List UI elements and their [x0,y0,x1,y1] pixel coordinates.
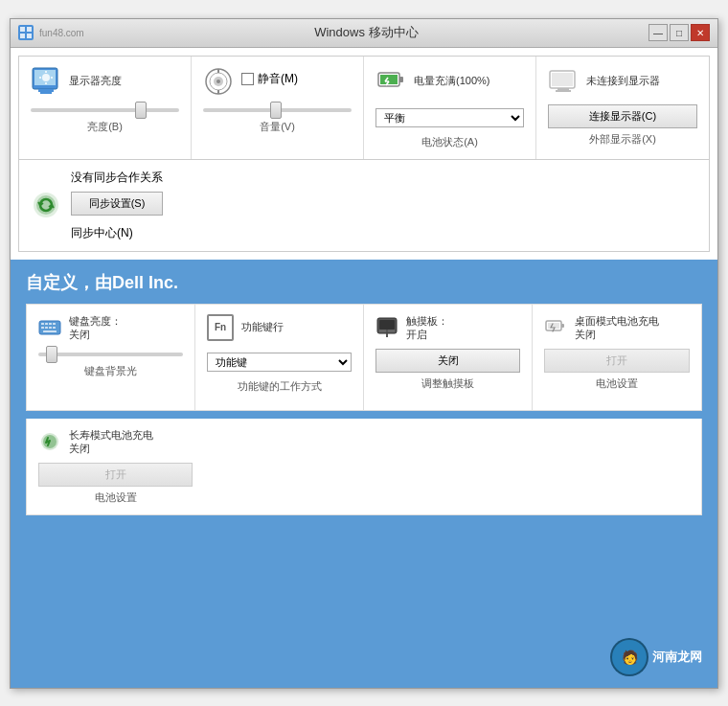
display-label: 外部显示器(X) [589,132,656,147]
fn-label: 功能键的工作方式 [238,379,322,394]
extra-battery-title: 长寿模式电池充电 关闭 [69,428,153,456]
display-panel: 未连接到显示器 连接显示器(C) 外部显示器(X) [536,57,709,159]
app-icon [18,25,34,40]
close-button[interactable]: ✕ [691,24,710,41]
svg-rect-32 [41,323,44,325]
keyboard-header: 键盘亮度： 关闭 [38,314,183,342]
svg-rect-37 [45,327,48,329]
keyboard-panel: 键盘亮度： 关闭 键盘背景光 [27,305,195,410]
desktop-battery-label: 电池设置 [596,376,638,391]
keyboard-slider-container[interactable] [38,353,183,356]
volume-slider[interactable] [203,108,352,112]
henan-logo-face: 🧑 [612,640,647,674]
svg-rect-27 [557,88,569,90]
watermark-text: fun48.com [39,28,84,38]
sync-controls: 没有同步合作关系 同步设置(S) 同步中心(N) [71,170,163,241]
custom-section-title: 自定义，由Dell Inc. [26,271,702,294]
battery-title: 电量充满(100%) [414,74,489,87]
extra-battery-header: 长寿模式电池充电 关闭 [38,428,193,456]
brightness-label: 亮度(B) [87,120,123,134]
extra-battery-label: 电池设置 [95,490,137,505]
svg-point-16 [216,80,220,83]
fn-title: 功能键行 [241,320,284,333]
svg-rect-0 [20,27,25,32]
svg-rect-38 [49,327,52,329]
touchpad-icon [375,316,398,339]
svg-rect-20 [399,77,403,82]
title-bar-left: fun48.com [18,25,84,40]
sync-settings-button[interactable]: 同步设置(S) [71,192,163,216]
maximize-button[interactable]: □ [670,24,689,41]
svg-rect-33 [45,323,48,325]
svg-rect-28 [556,90,571,92]
svg-rect-40 [43,330,57,332]
svg-rect-34 [49,323,52,325]
volume-panel: 静音(M) 音量(V) [192,57,364,159]
extra-battery-panel: 长寿模式电池充电 关闭 打开 电池设置 [27,419,204,515]
svg-rect-47 [561,324,564,328]
svg-point-8 [42,74,50,81]
touchpad-toggle-button[interactable]: 关闭 [375,349,520,373]
desktop-battery-title: 桌面模式电池充电 关闭 [575,314,659,342]
display-icon [548,66,579,97]
svg-rect-2 [20,34,25,38]
sync-section: 没有同步合作关系 同步设置(S) 同步中心(N) [18,160,710,252]
window-title: Windows 移动中心 [84,24,648,41]
blue-area: 自定义，由Dell Inc. [11,260,717,688]
desktop-battery-header: 桌面模式电池充电 关闭 [544,314,690,342]
top-grid: 显示器亮度 亮度(B) [18,56,710,160]
extra-battery-icon [38,430,61,453]
bottom-grid: 键盘亮度： 关闭 键盘背景光 Fn 功能键行 [26,304,702,411]
desktop-battery-icon [544,316,567,339]
svg-rect-45 [388,330,395,332]
henan-text: 河南龙网 [652,649,702,666]
mute-label: 静音(M) [258,71,298,87]
battery-icon [375,66,406,97]
brightness-thumb[interactable] [135,102,147,119]
sync-center-label: 同步中心(N) [71,225,163,241]
svg-rect-26 [552,73,573,86]
mute-row: 静音(M) [241,71,298,87]
mute-checkbox[interactable] [241,73,254,85]
svg-rect-1 [27,27,32,32]
fn-dropdown[interactable]: 功能键 多媒体键 [207,353,352,372]
touchpad-header: 触摸板： 开启 [375,314,520,342]
content-area: 显示器亮度 亮度(B) [11,48,717,688]
extra-battery-open-button[interactable]: 打开 [38,463,193,487]
volume-header: 静音(M) [203,66,352,97]
svg-rect-21 [380,75,398,84]
keyboard-icon [38,316,61,339]
fn-header: Fn 功能键行 [207,314,352,341]
brightness-slider[interactable] [31,108,179,112]
keyboard-label: 键盘背景光 [84,364,137,378]
display-header: 未连接到显示器 [548,66,697,97]
svg-rect-3 [27,34,32,38]
touchpad-title: 触摸板： 开启 [406,314,448,342]
brightness-header: 显示器亮度 [31,66,179,97]
keyboard-slider[interactable] [38,353,183,356]
henan-logo-circle: 🧑 [610,638,648,676]
minimize-button[interactable]: — [648,24,668,41]
brightness-title: 显示器亮度 [69,74,122,87]
battery-label: 电池状态(A) [421,135,478,149]
brightness-slider-container[interactable] [31,108,179,112]
watermark-area: 🧑 河南龙网 [26,515,702,675]
battery-header: 电量充满(100%) [375,66,524,97]
fn-icon: Fn [207,314,234,341]
volume-slider-container[interactable] [203,108,352,112]
brightness-icon [31,66,61,97]
fn-panel: Fn 功能键行 功能键 多媒体键 功能键的工作方式 [195,305,364,410]
keyboard-title: 键盘亮度： 关闭 [69,314,122,342]
top-section: 显示器亮度 亮度(B) [11,48,717,260]
sync-status: 没有同步合作关系 [71,170,163,186]
connect-display-button[interactable]: 连接显示器(C) [548,104,697,128]
svg-rect-6 [38,89,54,92]
touchpad-panel: 触摸板： 开启 关闭 调整触摸板 [364,305,533,410]
keyboard-thumb[interactable] [46,346,57,363]
battery-dropdown[interactable]: 平衡 节能 高性能 [375,108,524,127]
volume-thumb[interactable] [270,102,282,119]
desktop-battery-open-button[interactable]: 打开 [544,349,690,373]
display-title: 未连接到显示器 [586,74,660,87]
volume-label: 音量(V) [260,120,295,134]
svg-rect-44 [379,330,386,332]
